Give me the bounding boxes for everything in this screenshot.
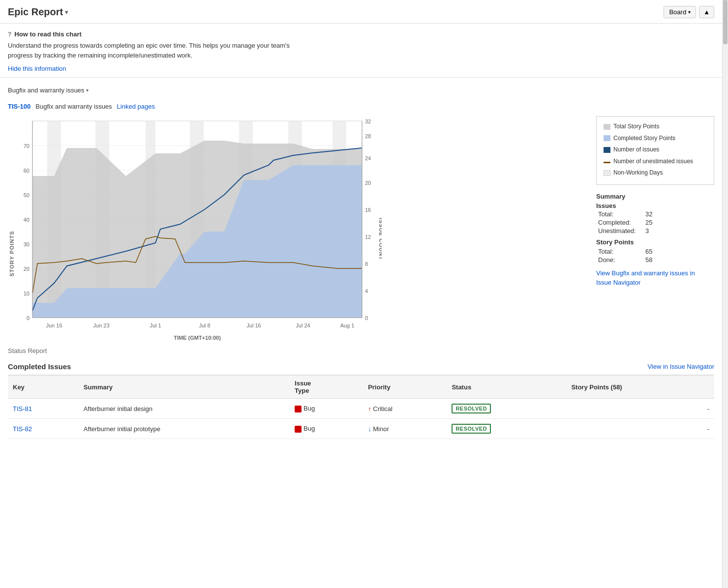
svg-text:28: 28 (365, 133, 371, 139)
chart-sidebar: Total Story Points Completed Story Point… (596, 116, 714, 288)
svg-text:Aug 1: Aug 1 (340, 323, 355, 328)
col-priority: Priority (363, 375, 447, 399)
col-key: Key (8, 375, 79, 399)
col-issue-type: IssueType (290, 375, 363, 399)
legend-item-completed-sp: Completed Story Points (604, 133, 707, 144)
svg-text:20: 20 (24, 266, 30, 272)
svg-text:32: 32 (365, 118, 371, 124)
svg-text:Jul 8: Jul 8 (199, 323, 210, 328)
summary-section: Summary Issues Total: 32 Completed: 25 U… (596, 193, 714, 288)
cell-issue-type: Bug (290, 399, 363, 419)
svg-text:16: 16 (365, 207, 371, 213)
svg-text:10: 10 (24, 291, 30, 296)
info-description: Understand the progress towards completi… (8, 41, 714, 60)
svg-text:12: 12 (365, 234, 371, 240)
cell-issue-type: Bug (290, 419, 363, 439)
completed-issues-section: Completed Issues View in Issue Navigator… (0, 362, 722, 439)
cell-status: RESOLVED (447, 399, 566, 419)
story-points-subtitle: Story Points (596, 238, 714, 246)
legend-color-total-sp (604, 124, 610, 130)
svg-text:8: 8 (365, 261, 368, 267)
completed-issues-title: Completed Issues (8, 362, 71, 371)
info-box: ? How to read this chart Understand the … (0, 24, 722, 77)
cell-priority: ↑ Critical (363, 399, 447, 419)
legend-item-unest-issues: Number of unestimated issues (604, 156, 707, 167)
svg-text:Jun 16: Jun 16 (46, 323, 62, 328)
issue-key-link[interactable]: TIS-82 (13, 425, 32, 433)
cell-story-points: - (566, 419, 714, 439)
epic-name: Bugfix and warranty issues (35, 103, 112, 110)
legend-box: Total Story Points Completed Story Point… (596, 116, 714, 185)
epic-selector: Bugfix and warranty issues ▾ (0, 83, 722, 98)
svg-text:Jul 16: Jul 16 (246, 323, 261, 328)
table-row: TIS-81 Afterburner initial design Bug ↑ … (8, 399, 714, 419)
svg-text:STORY POINTS: STORY POINTS (9, 231, 15, 276)
table-header-row: Completed Issues View in Issue Navigator (8, 362, 714, 371)
bug-icon (295, 426, 302, 433)
status-report-title: Status Report (8, 347, 714, 354)
table-header: Key Summary IssueType Priority Status St… (8, 375, 714, 399)
status-report-section: Status Report (0, 342, 722, 354)
epic-key-link[interactable]: TIS-100 (8, 103, 30, 110)
priority-arrow: ↓ (368, 425, 371, 433)
hide-info-link[interactable]: Hide this information (8, 65, 66, 72)
board-dropdown-arrow: ▾ (688, 9, 691, 15)
svg-text:60: 60 (24, 168, 30, 174)
summary-done-sp: Done: 58 (596, 256, 714, 264)
chart-container: 0 10 20 30 40 50 60 70 0 4 8 12 16 (8, 116, 714, 342)
svg-text:20: 20 (365, 180, 371, 186)
info-title: ? How to read this chart (8, 30, 714, 38)
status-badge: RESOLVED (452, 404, 491, 413)
svg-text:Jul 1: Jul 1 (150, 323, 161, 328)
svg-text:ISSUE COUNT: ISSUE COUNT (378, 218, 382, 260)
cell-key: TIS-81 (8, 399, 79, 419)
summary-completed-issues: Completed: 25 (596, 219, 714, 226)
svg-text:0: 0 (365, 315, 368, 321)
cell-status: RESOLVED (447, 419, 566, 439)
view-in-navigator-link[interactable]: View in Issue Navigator (647, 363, 714, 370)
header-right: Board ▾ ▲ (664, 6, 714, 18)
chart-area: 0 10 20 30 40 50 60 70 0 4 8 12 16 (8, 116, 586, 342)
scrollbar-thumb[interactable] (723, 0, 728, 44)
svg-text:40: 40 (24, 217, 30, 223)
legend-color-non-working (604, 170, 610, 176)
svg-text:24: 24 (365, 155, 371, 161)
status-badge: RESOLVED (452, 424, 491, 434)
col-summary: Summary (79, 375, 290, 399)
epic-dropdown-arrow: ▾ (86, 88, 89, 93)
page-header: Epic Report ▾ Board ▾ ▲ (0, 0, 722, 24)
linked-pages-link[interactable]: Linked pages (117, 103, 155, 110)
svg-text:TIME (GMT+10:00): TIME (GMT+10:00) (174, 335, 221, 341)
chart-section: TIS-100 Bugfix and warranty issues Linke… (0, 98, 722, 342)
table-row: TIS-82 Afterburner initial prototype Bug… (8, 419, 714, 439)
legend-color-unest-issues (604, 162, 610, 163)
legend-item-total-sp: Total Story Points (604, 121, 707, 132)
scrollbar[interactable] (722, 0, 728, 588)
svg-text:50: 50 (24, 192, 30, 198)
cell-story-points: - (566, 399, 714, 419)
chart-title: TIS-100 Bugfix and warranty issues Linke… (8, 103, 714, 110)
view-issues-navigator-link[interactable]: View Bugfix and warranty issues inIssue … (596, 268, 714, 288)
priority-arrow: ↑ (368, 405, 371, 412)
svg-text:4: 4 (365, 288, 368, 294)
svg-text:Jun 23: Jun 23 (93, 323, 109, 328)
svg-text:Jul 24: Jul 24 (296, 323, 310, 328)
bug-icon (295, 406, 302, 412)
summary-total-sp: Total: 65 (596, 248, 714, 255)
issue-key-link[interactable]: TIS-81 (13, 405, 32, 412)
chart-svg: 0 10 20 30 40 50 60 70 0 4 8 12 16 (8, 116, 382, 342)
cell-priority: ↓ Minor (363, 419, 447, 439)
legend-item-non-working: Non-Working Days (604, 168, 707, 178)
issues-subtitle: Issues (596, 202, 714, 209)
cell-summary: Afterburner initial design (79, 399, 290, 419)
col-status: Status (447, 375, 566, 399)
epic-dropdown[interactable]: Bugfix and warranty issues ▾ (8, 87, 714, 94)
issues-table: Key Summary IssueType Priority Status St… (8, 375, 714, 439)
summary-unestimated-issues: Unestimated: 3 (596, 227, 714, 235)
title-dropdown-arrow[interactable]: ▾ (65, 9, 68, 16)
help-icon: ? (8, 31, 11, 38)
svg-text:70: 70 (24, 143, 30, 149)
svg-text:30: 30 (24, 241, 30, 247)
board-button[interactable]: Board ▾ (664, 6, 696, 18)
collapse-button[interactable]: ▲ (699, 6, 714, 18)
